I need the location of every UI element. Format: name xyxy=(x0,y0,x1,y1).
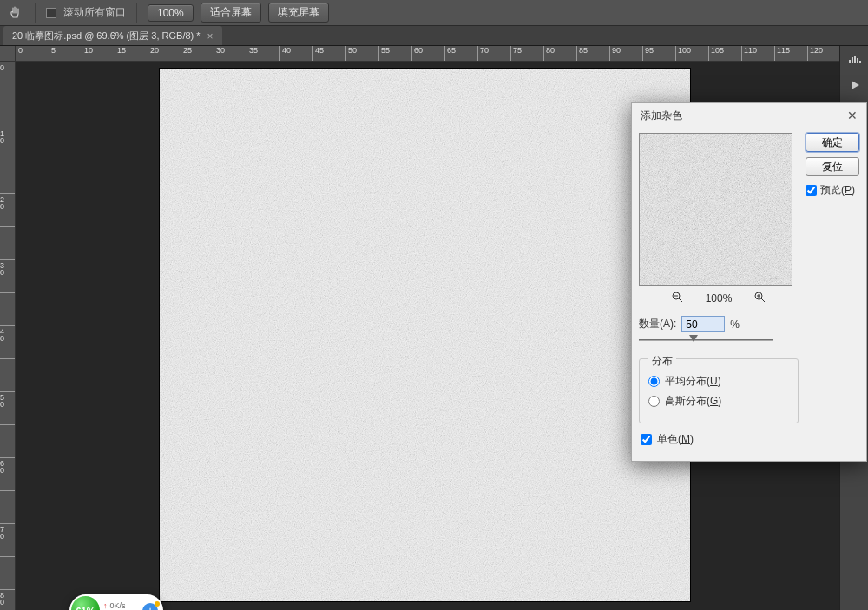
gaussian-label: 高斯分布(G) xyxy=(665,394,721,409)
ruler-tick: 95 xyxy=(642,46,654,62)
scroll-all-label: 滚动所有窗口 xyxy=(63,5,126,20)
panel-icon-histogram[interactable] xyxy=(840,46,868,72)
svg-rect-3 xyxy=(857,58,858,63)
separator xyxy=(136,3,137,23)
gaussian-radio[interactable] xyxy=(648,396,660,407)
ruler-tick: 20 xyxy=(148,46,159,62)
ruler-tick: 40 xyxy=(0,325,16,342)
ruler-tick xyxy=(0,161,16,163)
preview-check-row[interactable]: 预览(P) xyxy=(806,183,859,198)
ruler-tick: 55 xyxy=(378,46,390,62)
ruler-tick: 10 xyxy=(0,128,16,144)
memory-usage-ball[interactable]: 61% xyxy=(71,596,100,610)
ruler-tick: 10 xyxy=(82,46,93,62)
amount-slider[interactable] xyxy=(639,336,773,348)
options-bar: 滚动所有窗口 100% 适合屏幕 填充屏幕 xyxy=(0,0,868,26)
zoom-in-icon[interactable] xyxy=(754,292,766,305)
ruler-tick: 20 xyxy=(0,193,16,210)
widget-add-button[interactable]: + xyxy=(142,603,158,611)
close-tab-icon[interactable]: × xyxy=(207,30,214,43)
ruler-tick: 30 xyxy=(0,259,16,276)
upload-arrow-icon: ↑ xyxy=(103,600,108,611)
fill-screen-button[interactable]: 填充屏幕 xyxy=(268,3,329,23)
ruler-tick: 105 xyxy=(708,46,724,62)
uniform-radio-row[interactable]: 平均分布(U) xyxy=(648,374,789,389)
network-widget[interactable]: 61% ↑0K/s ↓0K/s + xyxy=(69,594,163,610)
dialog-title: 添加杂色 xyxy=(641,108,682,123)
monochrome-check-row[interactable]: 单色(M) xyxy=(641,432,858,447)
preview-checkbox[interactable] xyxy=(806,185,817,196)
scroll-all-checkbox[interactable] xyxy=(46,8,56,18)
ruler-tick: 70 xyxy=(0,523,16,540)
ruler-corner xyxy=(0,46,16,62)
ruler-tick: 70 xyxy=(477,46,489,62)
zoom-100-button[interactable]: 100% xyxy=(148,4,194,22)
close-icon[interactable]: ✕ xyxy=(847,108,858,122)
ruler-horizontal[interactable]: 0510152025303540455055606570758085909510… xyxy=(16,46,839,62)
svg-rect-4 xyxy=(859,61,861,63)
ruler-tick xyxy=(0,358,16,361)
zoom-out-icon[interactable] xyxy=(672,292,683,305)
ruler-tick: 80 xyxy=(0,589,16,606)
ruler-tick xyxy=(0,556,16,559)
ruler-tick: 15 xyxy=(115,46,126,62)
ruler-tick: 45 xyxy=(312,46,324,62)
ruler-tick: 120 xyxy=(807,46,823,62)
ruler-tick: 30 xyxy=(214,46,225,62)
document-tabs: 20 临摹图标.psd @ 69.6% (图层 3, RGB/8) * × xyxy=(0,26,868,46)
amount-input[interactable] xyxy=(681,316,725,332)
panel-icon-play[interactable] xyxy=(840,72,868,98)
svg-line-10 xyxy=(679,298,682,302)
upload-speed: 0K/s xyxy=(110,600,126,611)
svg-rect-1 xyxy=(852,57,853,63)
document-tab[interactable]: 20 临摹图标.psd @ 69.6% (图层 3, RGB/8) * × xyxy=(3,26,222,45)
ruler-tick xyxy=(0,292,16,295)
distribution-legend: 分布 xyxy=(648,354,676,369)
ruler-tick: 85 xyxy=(576,46,588,62)
amount-unit: % xyxy=(730,318,740,331)
uniform-label: 平均分布(U) xyxy=(665,374,721,389)
ok-button[interactable]: 确定 xyxy=(806,133,859,152)
distribution-group: 分布 平均分布(U) 高斯分布(G) xyxy=(639,358,799,423)
document-canvas[interactable] xyxy=(160,69,690,601)
uniform-radio[interactable] xyxy=(648,376,660,387)
effect-preview[interactable] xyxy=(639,133,792,286)
preview-zoom-label: 100% xyxy=(706,292,733,305)
ruler-tick: 0 xyxy=(16,46,23,62)
ruler-tick xyxy=(0,95,16,97)
ruler-tick: 65 xyxy=(444,46,456,62)
monochrome-label: 单色(M) xyxy=(657,432,694,447)
ruler-tick: 5 xyxy=(49,46,56,62)
ruler-tick: 60 xyxy=(0,457,16,474)
ruler-tick: 60 xyxy=(411,46,423,62)
ruler-tick: 50 xyxy=(0,391,16,408)
ruler-tick: 80 xyxy=(543,46,555,62)
net-speeds: ↑0K/s ↓0K/s xyxy=(103,600,139,611)
ruler-tick xyxy=(0,226,16,229)
ruler-tick: 25 xyxy=(181,46,192,62)
slider-thumb[interactable] xyxy=(689,335,699,345)
ruler-tick: 35 xyxy=(247,46,258,62)
ruler-tick: 50 xyxy=(345,46,357,62)
svg-line-13 xyxy=(761,298,765,302)
ruler-vertical[interactable]: 0102030405060708090100 xyxy=(0,62,16,610)
document-tab-title: 20 临摹图标.psd @ 69.6% (图层 3, RGB/8) * xyxy=(12,30,201,43)
svg-rect-2 xyxy=(854,56,856,63)
ruler-tick xyxy=(0,424,16,427)
ruler-tick: 75 xyxy=(510,46,522,62)
preview-noise xyxy=(640,134,792,286)
canvas-content xyxy=(160,69,690,601)
ruler-tick: 115 xyxy=(774,46,790,62)
ruler-tick: 40 xyxy=(279,46,291,62)
svg-rect-6 xyxy=(160,69,690,601)
svg-rect-8 xyxy=(640,134,792,286)
gaussian-radio-row[interactable]: 高斯分布(G) xyxy=(648,394,789,409)
dialog-titlebar[interactable]: 添加杂色 ✕ xyxy=(632,103,866,128)
monochrome-checkbox[interactable] xyxy=(641,434,652,445)
reset-button[interactable]: 复位 xyxy=(806,157,859,176)
ruler-tick: 100 xyxy=(675,46,691,62)
fit-screen-button[interactable]: 适合屏幕 xyxy=(201,3,261,23)
amount-label: 数量(A): xyxy=(639,317,676,331)
separator xyxy=(35,3,36,23)
hand-tool-icon xyxy=(7,4,24,22)
